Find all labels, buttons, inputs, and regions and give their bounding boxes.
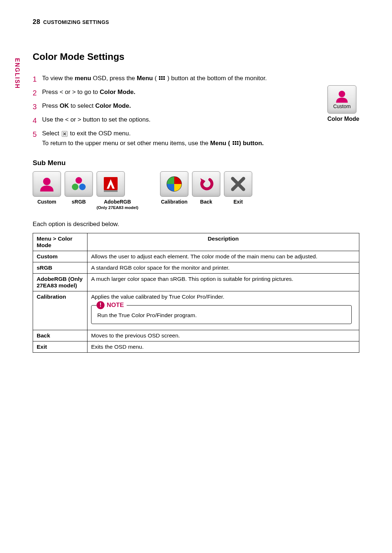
svg-rect-2 [161, 76, 163, 78]
table-row: Calibration Applies the value calibrated… [33, 291, 359, 330]
svg-rect-10 [235, 141, 236, 143]
person-icon [335, 90, 349, 103]
step-number: 4 [33, 115, 42, 126]
step-text: Press OK to select Color Mode. [42, 101, 359, 111]
calibration-label: Calibration [160, 199, 188, 205]
note-title: NOTE [107, 302, 124, 309]
adobe-icon [102, 176, 120, 192]
svg-point-18 [79, 184, 86, 190]
svg-point-0 [339, 91, 345, 97]
adobe-note: (Only 27EA83 model) [97, 205, 138, 210]
page-header: 28 CUSTOMIZING SETTINGS [33, 18, 359, 26]
svg-rect-11 [237, 141, 238, 143]
svg-rect-6 [163, 78, 165, 80]
svg-rect-3 [163, 76, 165, 78]
step-text: To view the menu OSD, press the Menu ( )… [42, 73, 359, 83]
table-row: Exit Exits the OSD menu. [33, 341, 359, 353]
menu-grid-icon [159, 76, 165, 81]
back-label: Back [192, 199, 220, 205]
color-mode-icon-label: Custom [333, 103, 351, 109]
color-mode-caption: Color Mode [327, 116, 359, 122]
step-number: 2 [33, 87, 42, 99]
options-table: Menu > Color Mode Description Custom All… [33, 233, 359, 353]
svg-point-17 [72, 184, 78, 190]
svg-rect-1 [159, 76, 160, 78]
srgb-icon-box [65, 171, 93, 197]
table-head-name: Menu > Color Mode [33, 233, 87, 251]
step-number: 5 [33, 128, 42, 140]
color-mode-icon-box: Custom [327, 85, 356, 114]
exit-label: Exit [224, 199, 252, 205]
note-exclamation-icon: ! [97, 301, 105, 309]
table-row: Back Moves to the previous OSD screen. [33, 330, 359, 341]
step-number: 3 [33, 101, 42, 112]
step-number: 1 [33, 73, 42, 85]
exit-icon-box [224, 171, 252, 197]
page-title: Color Mode Settings [33, 51, 359, 62]
close-x-icon [230, 176, 246, 192]
back-icon-box [192, 171, 220, 197]
section-name: CUSTOMIZING SETTINGS [43, 19, 109, 25]
submenu-icon-row: Custom sRGB AdobeRGB (Only 27EA8 [33, 171, 359, 210]
svg-rect-4 [159, 78, 160, 80]
calibration-circle-icon [166, 176, 183, 192]
note-body: Run the True Color Pro/Finder program. [97, 312, 346, 319]
svg-rect-5 [161, 78, 163, 80]
back-arrow-icon [197, 176, 215, 192]
table-head-desc: Description [87, 233, 359, 251]
table-row: AdobeRGB (Only 27EA83 model) A much larg… [33, 274, 359, 291]
person-icon [38, 176, 55, 192]
svg-rect-12 [233, 143, 234, 145]
svg-rect-9 [233, 141, 234, 143]
step-text: Select to exit the OSD menu. To return t… [42, 128, 359, 148]
custom-label: Custom [33, 199, 61, 205]
step-text: Use the < or > button to set the options… [42, 115, 359, 124]
svg-rect-14 [237, 143, 238, 145]
table-row: sRGB A standard RGB color space for the … [33, 262, 359, 274]
svg-rect-20 [104, 190, 118, 192]
table-intro: Each option is described below. [33, 221, 359, 228]
svg-rect-13 [235, 143, 236, 145]
svg-point-15 [43, 178, 51, 185]
color-mode-card: Custom Color Mode [327, 85, 359, 122]
step-text: Press < or > to go to Color Mode. [42, 87, 359, 97]
steps-list: 1 To view the menu OSD, press the Menu (… [33, 73, 359, 148]
page-number: 28 [33, 18, 40, 26]
srgb-label: sRGB [65, 199, 93, 205]
close-x-icon [62, 131, 68, 137]
calibration-icon-box [160, 171, 188, 197]
table-row: Custom Allows the user to adjust each el… [33, 251, 359, 262]
adobe-label: AdobeRGB [97, 199, 138, 205]
custom-icon-box [33, 171, 61, 197]
menu-grid-icon [233, 141, 238, 146]
note-box: ! NOTE Run the True Color Pro/Finder pro… [91, 305, 352, 324]
adobe-icon-box [97, 171, 125, 197]
svg-point-16 [75, 177, 82, 184]
srgb-dots-icon [70, 176, 87, 192]
sub-menu-heading: Sub Menu [33, 159, 359, 167]
